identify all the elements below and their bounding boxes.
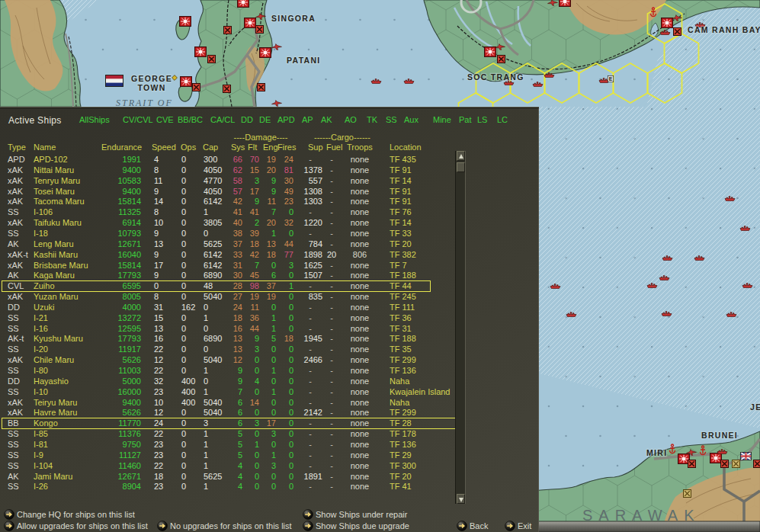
- ship-row-tacoma-maru[interactable]: xAKTacoma Maru15814140614242911231303-no…: [0, 197, 488, 207]
- enemy-port-icon[interactable]: [208, 56, 216, 63]
- column-header-eng[interactable]: Eng: [263, 143, 278, 152]
- tab-tk[interactable]: TK: [367, 115, 377, 124]
- ship-row-apd-102[interactable]: APDAPD-10219914030066701924--noneTF 435: [0, 155, 488, 165]
- enemy-base-icon[interactable]: [245, 18, 256, 28]
- ship-name[interactable]: Nittai Maru: [34, 165, 107, 176]
- tab-ao[interactable]: AO: [345, 115, 357, 124]
- ship-row-zuiho[interactable]: CVLZuiho659500482898371--noneTF 44: [0, 281, 488, 292]
- enemy-port-icon[interactable]: [258, 84, 265, 91]
- ship-name[interactable]: I-16: [34, 324, 107, 335]
- enemy-port-icon[interactable]: [721, 460, 729, 468]
- ship-row-kaga-maru[interactable]: AKKaga Maru177939068903045601507-noneTF …: [0, 271, 488, 281]
- enemy-port-icon[interactable]: [256, 26, 264, 34]
- tab-dd[interactable]: DD: [241, 115, 253, 124]
- tab-ss[interactable]: SS: [386, 115, 397, 124]
- ship-name[interactable]: I-26: [34, 482, 107, 492]
- ship-row-i-81[interactable]: SSI-81975023015100--noneTF 136: [0, 440, 488, 450]
- column-header-cap[interactable]: Cap: [203, 143, 218, 152]
- ship-row-tosei-maru[interactable]: xAKTosei Maru940090405057179491308-noneT…: [0, 187, 488, 197]
- enemy-base-icon[interactable]: [238, 0, 249, 7]
- ship-name[interactable]: Kaga Maru: [34, 271, 107, 281]
- ship-name[interactable]: I-20: [34, 345, 107, 355]
- ship-row-i-18[interactable]: SSI-1810793900383910--noneTF 33: [0, 229, 488, 239]
- ship-name[interactable]: I-106: [34, 207, 107, 218]
- enemy-base-icon[interactable]: [195, 47, 207, 57]
- ship-row-uzuki[interactable]: DDUzuki4000311620241100--noneTF 111: [0, 303, 488, 313]
- column-header-speed[interactable]: Speed: [152, 143, 176, 152]
- ship-row-i-21[interactable]: SSI-21132721501183610--noneTF 36: [0, 313, 488, 324]
- ship-row-hayashio[interactable]: DDHayashio50003240009400--noneNaha: [0, 377, 488, 387]
- ship-row-yuzan-maru[interactable]: xAKYuzan Maru80058050402719190835-noneTF…: [0, 292, 488, 303]
- ship-row-i-16[interactable]: SSI-16125951300164410--noneTF 31: [0, 324, 488, 335]
- scroll-up-button[interactable]: [457, 151, 465, 161]
- ship-name[interactable]: Hayashio: [34, 377, 107, 387]
- ship-name[interactable]: Chile Maru: [34, 355, 107, 366]
- enemy-base-icon[interactable]: [260, 48, 271, 58]
- ship-name[interactable]: Taifuku Maru: [34, 218, 107, 229]
- enemy-port-icon[interactable]: [498, 56, 505, 63]
- ship-row-taifuku-maru[interactable]: xAKTaifuku Maru6914100380540220321220-no…: [0, 218, 488, 229]
- ship-name[interactable]: I-10: [34, 387, 107, 398]
- column-header-fuel[interactable]: Fuel: [326, 143, 342, 152]
- ship-row-i-26[interactable]: SSI-26890423014000--noneTF 41: [0, 482, 488, 492]
- ship-row-kongo[interactable]: BBKongo11770240363170--noneTF 28: [0, 418, 488, 429]
- tab-lc[interactable]: LC: [497, 115, 508, 124]
- tab-ap[interactable]: AP: [302, 115, 313, 124]
- enemy-base-icon[interactable]: [180, 17, 191, 27]
- ship-row-i-85[interactable]: SSI-851137622015030--noneTF 178: [0, 429, 488, 440]
- ship-row-tenryu-maru[interactable]: xAKTenryu Maru105831104770583930557-none…: [0, 176, 488, 187]
- ship-row-kashii-maru[interactable]: xAK-tKashii Maru160409061423342187718982…: [0, 250, 488, 261]
- column-header-troops[interactable]: Troops: [347, 143, 373, 152]
- ship-name[interactable]: Zuiho: [34, 281, 107, 292]
- enemy-port-icon[interactable]: [754, 460, 760, 468]
- enemy-base-icon[interactable]: [485, 47, 496, 57]
- column-header-fires[interactable]: Fires: [277, 143, 296, 152]
- ship-row-i-106[interactable]: SSI-10611325801414170--noneTF 76: [0, 207, 488, 218]
- enemy-port-icon[interactable]: [224, 27, 232, 34]
- ship-name[interactable]: I-104: [34, 461, 107, 472]
- ship-row-leng-maru[interactable]: AKLeng Maru12671130562537181344784-noneT…: [0, 239, 488, 250]
- tab-ls[interactable]: LS: [477, 115, 487, 124]
- ship-row-nittai-maru[interactable]: xAKNittai Maru9400804050621520811378-non…: [0, 165, 488, 176]
- ship-name[interactable]: Leng Maru: [34, 239, 107, 250]
- ship-row-havre-maru[interactable]: xAKHavre Maru5626120504060002142-noneTF …: [0, 408, 488, 418]
- ship-name[interactable]: APD-102: [34, 155, 107, 165]
- tab-pat[interactable]: Pat: [459, 115, 472, 124]
- enemy-base-icon[interactable]: [662, 18, 673, 28]
- tab-mine[interactable]: Mine: [433, 115, 451, 124]
- column-header-sys[interactable]: Sys: [231, 143, 245, 152]
- ship-name[interactable]: I-81: [34, 440, 107, 450]
- ship-name[interactable]: I-80: [34, 366, 107, 377]
- enemy-port-icon[interactable]: [674, 28, 681, 36]
- ship-row-i-80[interactable]: SSI-801100322019010--noneTF 136: [0, 366, 488, 377]
- ship-row-jami-maru[interactable]: AKJami Maru12671180562540001891-noneTF 2…: [0, 472, 488, 482]
- tab-aux[interactable]: Aux: [404, 115, 418, 124]
- scroll-thumb[interactable]: [457, 162, 465, 172]
- tab-cv-cvl[interactable]: CV/CVL: [123, 115, 153, 124]
- ship-row-brisbane-maru[interactable]: xAKBrisbane Maru158141706142317031625-no…: [0, 261, 488, 271]
- column-header-name[interactable]: Name: [34, 143, 56, 152]
- ship-row-i-104[interactable]: SSI-1041146022014030--noneTF 300: [0, 461, 488, 472]
- tab-cve[interactable]: CVE: [156, 115, 174, 124]
- ship-row-chile-maru[interactable]: xAKChile Maru56261205040120002466-noneTF…: [0, 355, 488, 366]
- column-header-type[interactable]: Type: [8, 143, 26, 152]
- enemy-base-icon[interactable]: [560, 0, 571, 6]
- enemy-port-icon[interactable]: [193, 84, 200, 91]
- tab-ak[interactable]: AK: [321, 115, 332, 124]
- ship-name[interactable]: Uzuki: [34, 303, 107, 313]
- enemy-port-icon[interactable]: [223, 85, 231, 93]
- tab-bb-bc[interactable]: BB/BC: [178, 115, 203, 124]
- ship-name[interactable]: Kyushu Maru: [34, 334, 107, 345]
- tab-ca-cl[interactable]: CA/CL: [210, 115, 235, 124]
- ship-row-kyushu-maru[interactable]: AK-tKyushu Maru1779316068901395181945-no…: [0, 334, 488, 345]
- tab-allships[interactable]: AllShips: [79, 115, 110, 124]
- ship-name[interactable]: Tacoma Maru: [34, 197, 107, 207]
- column-header-location[interactable]: Location: [390, 143, 422, 152]
- ship-name[interactable]: I-21: [34, 313, 107, 324]
- ship-row-teiryu-maru[interactable]: xAKTeiryu Maru940010400504061400--noneNa…: [0, 398, 488, 409]
- ship-name[interactable]: I-85: [34, 429, 107, 440]
- enemy-port-icon[interactable]: [688, 460, 696, 468]
- ship-name[interactable]: I-18: [34, 229, 107, 239]
- ship-name[interactable]: Yuzan Maru: [34, 292, 107, 303]
- scrollbar[interactable]: [455, 151, 466, 504]
